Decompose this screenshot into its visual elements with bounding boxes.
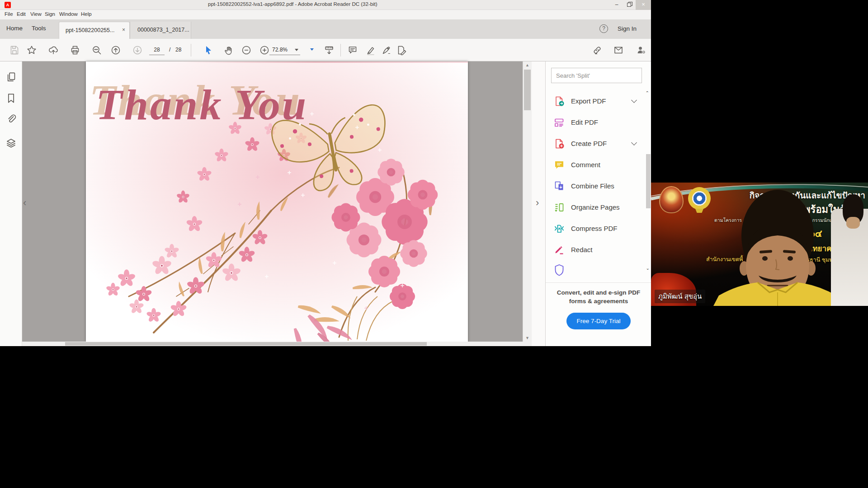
vertical-scrollbar[interactable]: ▲ ▼	[523, 61, 532, 342]
tool-redact[interactable]: Redact	[546, 239, 644, 260]
workspace: Thank You	[0, 61, 651, 346]
tab-close-icon[interactable]: ×	[122, 27, 125, 33]
minimize-button[interactable]: –	[610, 0, 623, 10]
fill-sign-button[interactable]	[380, 44, 393, 56]
scroll-up-icon[interactable]: ▲	[523, 63, 532, 67]
sign-in-button[interactable]: Sign In	[618, 25, 637, 32]
horizontal-scrollbar[interactable]	[22, 342, 523, 346]
restore-icon-front	[627, 3, 631, 7]
acrobat-app-icon: A	[5, 2, 11, 8]
redact-icon	[554, 244, 565, 255]
create-pdf-icon	[554, 138, 565, 149]
previous-page-chevron[interactable]: ‹	[23, 197, 26, 209]
tool-organize-pages[interactable]: Organize Pages	[546, 197, 644, 218]
page-up-icon	[111, 45, 121, 55]
tool-edit-pdf[interactable]: Edit PDF	[546, 112, 644, 133]
tab-tools[interactable]: Tools	[32, 25, 46, 32]
page-thumbnails-button[interactable]	[5, 71, 17, 83]
chevron-down-icon[interactable]	[631, 140, 637, 145]
tool-label: Edit PDF	[571, 118, 598, 126]
menu-sign[interactable]: Sign	[45, 11, 55, 17]
layers-icon	[5, 137, 17, 148]
free-trial-button[interactable]: Free 7-Day Trial	[566, 313, 631, 329]
tools-search-input[interactable]	[551, 68, 642, 83]
zoom-out-button[interactable]	[240, 44, 253, 56]
share-link-button[interactable]	[591, 44, 604, 56]
chevron-down-icon[interactable]	[631, 97, 637, 103]
menu-edit[interactable]: Edit	[17, 11, 26, 17]
close-button[interactable]: ×	[636, 0, 651, 10]
export-pdf-icon	[554, 96, 565, 107]
envelope-icon	[613, 45, 623, 55]
email-button[interactable]	[612, 44, 625, 56]
page-fit-icon	[324, 45, 334, 55]
compress-pdf-icon	[554, 223, 565, 234]
participant-name-tag: ภูมิพัฒน์ สุขอุ่น	[655, 290, 705, 303]
search-button[interactable]	[90, 44, 103, 56]
bookmarks-button[interactable]	[5, 93, 17, 104]
star-button[interactable]	[25, 44, 38, 56]
save-icon	[9, 45, 19, 55]
print-button[interactable]	[69, 44, 81, 56]
tab-bar: Home Tools ppt-15082200255... × 00000873…	[0, 19, 651, 39]
comment-tool-button[interactable]	[346, 44, 359, 56]
pdf-page: Thank You	[86, 61, 468, 342]
hand-tool-button[interactable]	[222, 44, 235, 56]
menu-file[interactable]: File	[5, 11, 13, 17]
zoom-level-dropdown[interactable]: 72.8%	[269, 44, 300, 55]
zoom-level-value: 72.8%	[272, 47, 288, 53]
tool-compress-pdf[interactable]: Compress PDF	[546, 218, 644, 239]
tab-document-2[interactable]: 00000873_1_2017...	[130, 22, 191, 39]
tool-combine-files[interactable]: Combine Files	[546, 175, 644, 197]
menu-view[interactable]: View	[30, 11, 42, 17]
scroll-down-icon[interactable]: ▼	[523, 336, 532, 340]
document-area: Thank You	[22, 61, 523, 342]
bookmark-icon	[5, 93, 17, 104]
combine-files-icon	[554, 181, 565, 192]
layers-button[interactable]	[5, 137, 17, 148]
tools-dropdown-caret-icon[interactable]	[310, 48, 314, 51]
tool-create-pdf[interactable]: Create PDF	[546, 133, 644, 154]
star-icon	[27, 45, 37, 55]
vertical-scroll-thumb[interactable]	[524, 70, 531, 110]
panel-divider	[546, 282, 651, 283]
select-tool-button[interactable]	[202, 44, 215, 56]
tool-partial-bottom[interactable]	[546, 260, 644, 279]
help-icon[interactable]: ?	[599, 24, 608, 33]
toolbar-divider	[191, 44, 191, 56]
panel-scroll-down-icon[interactable]: ⌄	[646, 266, 650, 271]
tab-document-2-label: 00000873_1_2017...	[137, 27, 189, 33]
page-display-button[interactable]	[323, 44, 335, 56]
save-button[interactable]	[8, 44, 21, 56]
zoom-caret-icon	[295, 49, 298, 51]
protect-pdf-partial-icon	[554, 263, 565, 277]
next-page-button[interactable]	[131, 44, 144, 56]
organize-pages-icon	[554, 202, 565, 213]
tool-label: Organize Pages	[571, 203, 620, 211]
tab-home[interactable]: Home	[6, 25, 23, 32]
share-button[interactable]	[47, 44, 60, 56]
zoom-in-button[interactable]	[258, 44, 271, 56]
invite-person-button[interactable]	[635, 44, 647, 56]
previous-page-button[interactable]	[109, 44, 122, 56]
scrollbar-corner	[523, 342, 532, 346]
menu-window[interactable]: Window	[59, 11, 78, 17]
tool-comment[interactable]: Comment	[546, 154, 644, 175]
panel-scroll-thumb[interactable]	[646, 154, 651, 208]
participant-video: กิจกรรมป้องกันและแก้ไขปัญหา ไม่พร้อมในวั…	[651, 183, 868, 306]
panel-scroll-up-icon[interactable]: ⌃	[646, 90, 649, 95]
restore-button[interactable]	[623, 0, 636, 10]
tool-label: Create PDF	[571, 140, 607, 147]
tab-document-active[interactable]: ppt-15082200255... ×	[59, 22, 130, 39]
promo-line-2: forms & agreements	[546, 297, 651, 305]
attachments-button[interactable]	[5, 113, 17, 125]
next-page-chevron[interactable]: ›	[536, 197, 539, 209]
horizontal-scroll-thumb[interactable]	[65, 342, 427, 346]
highlighter-icon	[366, 45, 376, 55]
page-number-input[interactable]	[149, 44, 165, 55]
more-tools-button[interactable]	[395, 44, 408, 56]
person-add-icon	[636, 45, 646, 55]
tool-export-pdf[interactable]: Export PDF	[546, 90, 644, 112]
menu-help[interactable]: Help	[81, 11, 92, 17]
highlight-tool-button[interactable]	[364, 44, 377, 56]
